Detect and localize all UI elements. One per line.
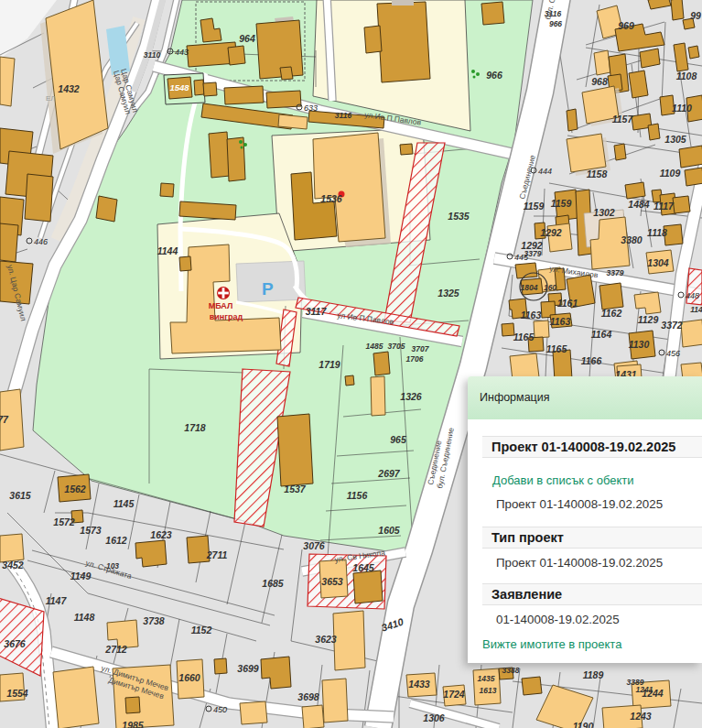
svg-text:1537: 1537 <box>284 484 307 494</box>
svg-text:1165: 1165 <box>546 343 567 354</box>
svg-text:1110: 1110 <box>672 103 692 114</box>
svg-text:3707: 3707 <box>412 344 430 353</box>
svg-text:3116: 3116 <box>335 111 352 120</box>
svg-text:1166: 1166 <box>581 355 602 366</box>
svg-text:160: 160 <box>544 283 556 292</box>
svg-text:1158: 1158 <box>587 168 608 179</box>
svg-text:1305: 1305 <box>664 134 686 145</box>
svg-text:1706: 1706 <box>406 354 424 364</box>
svg-text:1605: 1605 <box>378 525 400 536</box>
svg-text:1159: 1159 <box>551 198 572 209</box>
svg-text:966: 966 <box>486 70 502 81</box>
svg-text:3676: 3676 <box>4 638 26 649</box>
svg-text:1573: 1573 <box>80 525 102 536</box>
svg-text:3388: 3388 <box>502 666 520 675</box>
svg-text:3623: 3623 <box>315 634 337 645</box>
svg-text:968: 968 <box>591 76 608 87</box>
svg-text:3372: 3372 <box>661 320 683 331</box>
svg-text:1985: 1985 <box>122 720 144 728</box>
svg-text:456: 456 <box>666 349 680 358</box>
svg-text:965: 965 <box>390 434 406 445</box>
svg-text:99: 99 <box>690 10 701 21</box>
svg-text:1109: 1109 <box>660 168 681 179</box>
svg-text:винград: винград <box>210 312 243 321</box>
svg-text:1161: 1161 <box>557 298 578 309</box>
svg-text:3076: 3076 <box>303 540 325 551</box>
svg-text:1190: 1190 <box>573 721 594 728</box>
svg-text:МБАЛ: МБАЛ <box>209 301 233 310</box>
svg-text:1149: 1149 <box>70 570 92 581</box>
svg-text:1162: 1162 <box>601 308 622 319</box>
svg-text:966: 966 <box>549 19 562 28</box>
svg-text:1152: 1152 <box>191 625 212 636</box>
svg-text:1613: 1613 <box>480 686 497 695</box>
svg-text:1435: 1435 <box>478 674 495 683</box>
svg-text:1612: 1612 <box>105 535 127 546</box>
svg-text:1719: 1719 <box>319 359 340 370</box>
svg-text:1484: 1484 <box>628 199 650 210</box>
svg-text:1156: 1156 <box>347 490 368 501</box>
svg-text:3116: 3116 <box>545 9 562 18</box>
svg-text:1572: 1572 <box>53 516 75 527</box>
svg-text:ЕЛ: ЕЛ <box>46 94 56 103</box>
svg-text:1562: 1562 <box>64 484 86 494</box>
svg-text:1164: 1164 <box>591 329 612 340</box>
svg-text:1804: 1804 <box>521 283 538 292</box>
svg-text:1163: 1163 <box>550 316 571 327</box>
svg-text:3110: 3110 <box>144 50 161 60</box>
svg-text:1243: 1243 <box>630 711 652 722</box>
svg-text:964: 964 <box>239 33 255 44</box>
svg-text:1165: 1165 <box>513 331 535 342</box>
svg-text:1244: 1244 <box>642 688 664 699</box>
svg-text:1117: 1117 <box>653 201 675 212</box>
svg-text:1325: 1325 <box>437 288 459 299</box>
svg-text:1326: 1326 <box>400 391 422 402</box>
svg-text:2712: 2712 <box>104 644 127 655</box>
svg-text:1645: 1645 <box>352 562 374 573</box>
svg-text:969: 969 <box>618 20 634 31</box>
svg-text:3379: 3379 <box>524 249 542 258</box>
svg-text:3452: 3452 <box>2 560 24 570</box>
svg-text:1433: 1433 <box>408 679 430 690</box>
svg-text:1302: 1302 <box>593 207 615 218</box>
svg-text:444: 444 <box>538 167 552 176</box>
svg-text:633: 633 <box>304 103 318 113</box>
svg-text:1144: 1144 <box>157 245 178 256</box>
svg-text:3705: 3705 <box>388 342 405 351</box>
svg-text:1660: 1660 <box>178 672 200 683</box>
svg-text:1292: 1292 <box>540 227 562 238</box>
svg-text:3653: 3653 <box>321 576 343 587</box>
svg-text:1718: 1718 <box>184 422 206 433</box>
svg-text:1129: 1129 <box>638 314 659 325</box>
svg-text:2711: 2711 <box>206 549 228 560</box>
svg-text:1536: 1536 <box>320 193 342 204</box>
svg-text:1548: 1548 <box>169 82 189 92</box>
svg-text:1189: 1189 <box>583 669 604 680</box>
svg-text:1432: 1432 <box>58 83 80 94</box>
svg-text:3699: 3699 <box>237 663 259 674</box>
svg-text:448: 448 <box>686 291 699 300</box>
svg-text:450: 450 <box>213 705 227 714</box>
svg-text:1535: 1535 <box>448 211 470 222</box>
svg-text:3698: 3698 <box>297 691 319 702</box>
svg-text:1157: 1157 <box>612 114 634 125</box>
svg-text:3380: 3380 <box>621 234 643 245</box>
svg-text:1685: 1685 <box>262 578 284 589</box>
svg-text:2697: 2697 <box>377 468 401 479</box>
svg-text:1163: 1163 <box>521 310 542 321</box>
svg-text:1554: 1554 <box>6 688 28 699</box>
svg-text:3738: 3738 <box>143 615 165 626</box>
svg-text:1623: 1623 <box>150 529 172 540</box>
svg-text:1108: 1108 <box>676 71 697 81</box>
svg-text:443: 443 <box>175 48 189 57</box>
svg-text:77: 77 <box>0 414 9 425</box>
svg-text:1724: 1724 <box>443 689 465 700</box>
svg-text:1118: 1118 <box>647 227 667 238</box>
svg-text:3379: 3379 <box>607 268 624 277</box>
svg-text:1130: 1130 <box>629 339 650 350</box>
svg-text:103: 103 <box>106 561 119 570</box>
svg-text:1159: 1159 <box>524 201 545 212</box>
svg-text:1147: 1147 <box>46 595 68 606</box>
svg-text:1145: 1145 <box>113 498 135 509</box>
svg-text:1485: 1485 <box>366 342 383 351</box>
